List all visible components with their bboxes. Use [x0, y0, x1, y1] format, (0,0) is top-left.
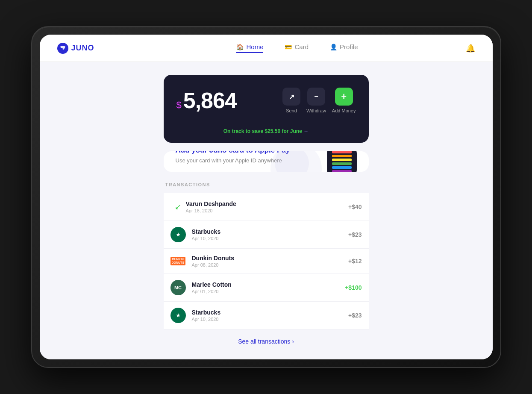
nav-card[interactable]: 💳 Card: [285, 43, 309, 53]
logo: JUNO: [57, 42, 94, 54]
apple-pay-content: Add your Juno card to Apple Pay Use your…: [176, 151, 327, 172]
tx-name: Starbucks: [192, 228, 348, 235]
nav-home[interactable]: 🏠 Home: [236, 43, 263, 53]
starbucks-avatar: ★: [170, 227, 186, 242]
tx-amount: +$23: [348, 231, 362, 238]
tablet-frame: JUNO 🏠 Home 💳 Card 👤 Profile 🔔: [31, 26, 501, 368]
tx-info: Varun Deshpande Apr 16, 2020: [186, 200, 348, 213]
tx-amount: +$12: [348, 258, 362, 265]
transactions-section: TRANSACTIONS ↙ Varun Deshpande Apr 16, 2…: [164, 182, 369, 345]
tx-info: Dunkin Donuts Apr 08, 2020: [192, 255, 348, 268]
transaction-row[interactable]: MC Marlee Cotton Apr 01, 2020 +$100: [164, 274, 369, 302]
tx-info: Marlee Cotton Apr 01, 2020: [192, 281, 345, 294]
tx-date: Apr 10, 2020: [192, 317, 348, 322]
nav-profile[interactable]: 👤 Profile: [330, 43, 358, 53]
svg-point-1: [60, 48, 63, 50]
apple-pay-title: Add your Juno card to Apple Pay: [176, 151, 327, 155]
add-money-label: Add Money: [332, 108, 356, 113]
tx-date: Apr 16, 2020: [186, 208, 348, 213]
balance-footer: On track to save $25.50 for June →: [176, 122, 356, 134]
mc-avatar: MC: [170, 280, 186, 295]
logo-text: JUNO: [71, 44, 94, 53]
transactions-label: TRANSACTIONS: [164, 182, 369, 187]
apple-pay-cta-button[interactable]: Let's do it: [176, 171, 327, 172]
tablet-screen: JUNO 🏠 Home 💳 Card 👤 Profile 🔔: [40, 35, 493, 359]
balance-number: 5,864: [183, 88, 237, 113]
wallet-illustration: [327, 151, 357, 172]
balance-amount: $ 5,864: [176, 88, 237, 113]
balance-card: $ 5,864 ↗ Send − Withdraw +: [164, 75, 369, 143]
send-label: Send: [286, 108, 297, 113]
tx-date: Apr 10, 2020: [192, 236, 348, 241]
starbucks-avatar: ★: [170, 308, 186, 323]
withdraw-label: Withdraw: [306, 108, 326, 113]
transaction-row[interactable]: ★ Starbucks Apr 10, 2020 +$23: [164, 221, 369, 249]
card-icon: 💳: [285, 44, 292, 50]
tx-name: Dunkin Donuts: [192, 255, 348, 262]
tx-date: Apr 01, 2020: [192, 289, 345, 294]
juno-logo-icon: [57, 42, 69, 54]
tx-name: Marlee Cotton: [192, 281, 345, 288]
balance-actions: ↗ Send − Withdraw + Add Money: [282, 88, 356, 113]
tx-date: Apr 08, 2020: [192, 262, 348, 268]
transaction-row[interactable]: ↙ Varun Deshpande Apr 16, 2020 +$40: [164, 193, 369, 221]
send-icon: ↗: [282, 88, 300, 106]
withdraw-icon: −: [307, 88, 325, 106]
tx-amount: +$40: [348, 203, 362, 210]
tx-info: Starbucks Apr 10, 2020: [192, 228, 348, 241]
tx-name: Varun Deshpande: [186, 200, 348, 207]
notification-bell-icon[interactable]: 🔔: [466, 44, 475, 53]
nav-items: 🏠 Home 💳 Card 👤 Profile: [236, 43, 358, 53]
tx-info: Starbucks Apr 10, 2020: [192, 309, 348, 322]
apple-pay-subtitle: Use your card with your Apple ID anywher…: [176, 157, 327, 164]
navigation: JUNO 🏠 Home 💳 Card 👤 Profile 🔔: [40, 35, 493, 62]
home-icon: 🏠: [236, 44, 244, 50]
profile-icon: 👤: [330, 44, 337, 50]
main-content: $ 5,864 ↗ Send − Withdraw +: [40, 62, 493, 359]
dunkin-avatar: DUNKINDONUTS: [170, 257, 186, 265]
tx-amount: +$100: [345, 284, 362, 291]
apple-pay-card: Add your Juno card to Apple Pay Use your…: [164, 151, 369, 172]
tx-amount: +$23: [348, 312, 362, 319]
add-money-icon: +: [335, 88, 353, 106]
see-all-transactions-button[interactable]: See all transactions ›: [164, 338, 369, 345]
dollar-sign: $: [176, 100, 182, 111]
transaction-row[interactable]: DUNKINDONUTS Dunkin Donuts Apr 08, 2020 …: [164, 249, 369, 274]
incoming-arrow-icon: ↙: [170, 199, 186, 215]
balance-top: $ 5,864 ↗ Send − Withdraw +: [176, 88, 356, 113]
transaction-row[interactable]: ★ Starbucks Apr 10, 2020 +$23: [164, 302, 369, 329]
withdraw-button[interactable]: − Withdraw: [306, 88, 326, 113]
tx-name: Starbucks: [192, 309, 348, 316]
send-button[interactable]: ↗ Send: [282, 88, 300, 113]
add-money-button[interactable]: + Add Money: [332, 88, 356, 113]
